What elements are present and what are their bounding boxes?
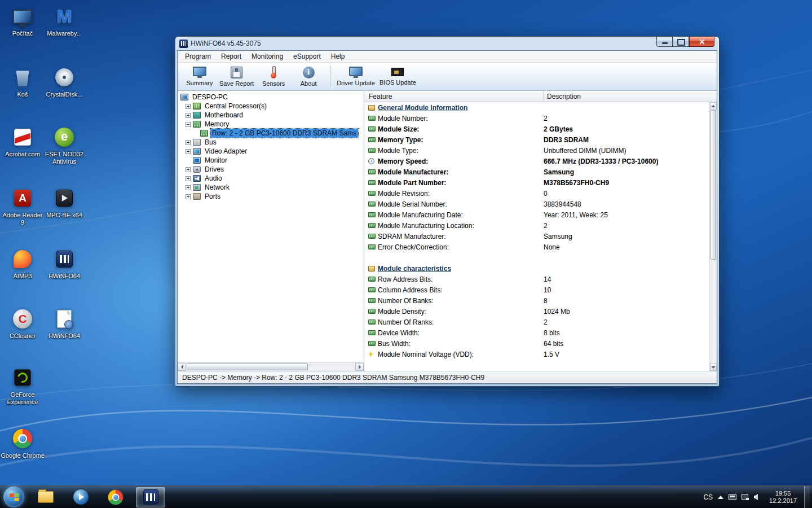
- detail-row[interactable]: Module Revision: 0: [364, 188, 709, 199]
- scroll-up-button[interactable]: [710, 102, 717, 110]
- tree-item-audio[interactable]: Audio: [178, 174, 364, 183]
- taskbar-item-chrome[interactable]: [101, 487, 130, 507]
- description-column-header[interactable]: Description: [544, 91, 717, 102]
- tree-item-ports[interactable]: Ports: [178, 192, 364, 201]
- sensors-button[interactable]: Sensors: [256, 64, 291, 90]
- tree-item-memory-row[interactable]: Row: 2 - 2 GB PC3-10600 DDR3 SDRAM Sams: [178, 129, 364, 138]
- close-button[interactable]: [689, 37, 714, 47]
- summary-button[interactable]: Summary: [182, 64, 217, 90]
- expand-plus-icon[interactable]: [186, 104, 191, 109]
- menu-monitoring[interactable]: Monitoring: [246, 51, 288, 62]
- tray-volume-icon[interactable]: [754, 494, 762, 500]
- tree-item-motherboard[interactable]: Motherboard: [178, 111, 364, 120]
- drive-icon: [193, 166, 201, 173]
- desktop-icon-acrobat-com[interactable]: Acrobat.com: [0, 125, 45, 158]
- detail-row[interactable]: SDRAM Manufacturer: Samsung: [364, 231, 709, 242]
- taskbar-item-hwinfo64[interactable]: [136, 487, 165, 507]
- desktop-icon-eset[interactable]: ESET NOD32 Antivirus: [42, 125, 87, 165]
- expand-plus-icon[interactable]: [186, 185, 191, 190]
- detail-row[interactable]: Number Of Banks: 8: [364, 295, 709, 306]
- tree-item-network[interactable]: Network: [178, 183, 364, 192]
- desktop: Počítač Malwareby... Koš CrystalDisk... …: [0, 0, 812, 508]
- detail-row[interactable]: Column Address Bits: 10: [364, 284, 709, 295]
- taskbar-item-explorer[interactable]: [31, 487, 60, 507]
- section-icon: [368, 105, 375, 111]
- detail-row[interactable]: Module Number: 2: [364, 113, 709, 124]
- feature-column-header[interactable]: Feature: [364, 91, 544, 102]
- desktop-icon-crystaldisk[interactable]: CrystalDisk...: [42, 65, 87, 98]
- bios-update-button[interactable]: BIOS Update: [377, 64, 418, 90]
- desktop-icon-malwarebytes[interactable]: Malwareby...: [42, 5, 87, 37]
- driver-update-button[interactable]: Driver Update: [334, 64, 377, 90]
- menu-esupport[interactable]: eSupport: [288, 51, 326, 62]
- menu-help[interactable]: Help: [326, 51, 350, 62]
- desktop-icon-aimp3[interactable]: AIMP3: [0, 247, 45, 280]
- tree-item-memory[interactable]: Memory: [178, 120, 364, 129]
- detail-row[interactable]: Row Address Bits: 14: [364, 274, 709, 284]
- detail-row[interactable]: Error Check/Correction: None: [364, 242, 709, 252]
- language-indicator[interactable]: CS: [703, 493, 713, 501]
- motherboard-icon: [193, 112, 201, 119]
- detail-row[interactable]: Module Density: 1024 Mb: [364, 306, 709, 317]
- minimize-button[interactable]: [656, 37, 673, 47]
- detail-row[interactable]: Number Of Ranks: 2: [364, 317, 709, 327]
- expand-plus-icon[interactable]: [186, 176, 191, 181]
- expand-plus-icon[interactable]: [186, 167, 191, 172]
- tree-item-despo-pc[interactable]: DESPO-PC: [178, 93, 364, 102]
- show-desktop-button[interactable]: [804, 486, 810, 508]
- tree-item-video-adapter[interactable]: Video Adapter: [178, 147, 364, 156]
- detail-row[interactable]: Module Manufacturing Date: Year: 2011, W…: [364, 209, 709, 220]
- detail-row[interactable]: Module Serial Number: 3883944548: [364, 199, 709, 209]
- start-button[interactable]: [3, 487, 24, 507]
- detail-row[interactable]: Module Size: 2 GBytes: [364, 124, 709, 134]
- geforce-icon: [14, 369, 31, 386]
- taskbar-clock[interactable]: 19:55 12.2.2017: [767, 490, 799, 505]
- desktop-icon-hwinfo64[interactable]: HWiNFO64: [42, 247, 87, 280]
- save-report-button[interactable]: Save Report: [217, 64, 256, 90]
- about-button[interactable]: About: [291, 64, 326, 90]
- tray-display-icon[interactable]: [729, 494, 736, 500]
- maximize-button[interactable]: [673, 37, 689, 47]
- detail-row[interactable]: Module Manufacturer: Samsung: [364, 167, 709, 177]
- desktop-icon-ccleaner[interactable]: CCleaner: [0, 307, 45, 340]
- desktop-icon-mpc-be[interactable]: MPC-BE x64: [42, 186, 87, 219]
- expand-plus-icon[interactable]: [186, 113, 191, 118]
- scroll-left-button[interactable]: [178, 363, 186, 371]
- desktop-icon-chrome[interactable]: Google Chrome: [0, 427, 45, 459]
- expand-plus-icon[interactable]: [186, 194, 191, 199]
- menu-report[interactable]: Report: [216, 51, 246, 62]
- expand-plus-icon[interactable]: [186, 140, 191, 145]
- collapse-minus-icon[interactable]: [186, 122, 191, 127]
- tree-item-monitor[interactable]: Monitor: [178, 156, 364, 165]
- desktop-icon-recycle-bin[interactable]: Koš: [0, 65, 45, 98]
- scroll-right-button[interactable]: [355, 363, 364, 371]
- menu-program[interactable]: Program: [180, 51, 216, 62]
- desktop-icon-geforce[interactable]: GeForce Experience: [0, 366, 45, 406]
- detail-row[interactable]: Device Width: 8 bits: [364, 327, 709, 338]
- desktop-icon-adobe-reader[interactable]: Adobe Reader 9: [0, 186, 45, 226]
- tree-item-bus[interactable]: Bus: [178, 138, 364, 147]
- scrollbar-thumb[interactable]: [187, 364, 308, 370]
- detail-row[interactable]: Module Part Number: M378B5673FH0-CH9: [364, 177, 709, 188]
- desktop-icon-computer[interactable]: Počítač: [0, 5, 45, 37]
- desktop-icon-hwinfo64-settings[interactable]: HWiNFO64: [42, 307, 87, 340]
- show-hidden-icons-button[interactable]: [718, 493, 723, 499]
- tree-item-drives[interactable]: Drives: [178, 165, 364, 174]
- detail-row[interactable]: Module Manufacturing Location: 2: [364, 220, 709, 231]
- spacer-row: [364, 252, 709, 263]
- scroll-down-button[interactable]: [710, 364, 717, 371]
- tree-item-central-processors[interactable]: Central Processor(s): [178, 102, 364, 111]
- detail-row[interactable]: Memory Speed: 666.7 MHz (DDR3-1333 / PC3…: [364, 156, 709, 167]
- tray-network-icon[interactable]: [742, 494, 749, 500]
- vertical-scrollbar[interactable]: [709, 102, 717, 371]
- taskbar-item-media-player[interactable]: [66, 487, 95, 507]
- hwinfo64-window: HWiNFO64 v5.45-3075 Program Report Monit…: [175, 36, 720, 387]
- expand-plus-icon[interactable]: [186, 149, 191, 154]
- scrollbar-thumb[interactable]: [710, 110, 716, 260]
- window-titlebar[interactable]: HWiNFO64 v5.45-3075: [175, 37, 719, 50]
- detail-row[interactable]: Module Type: Unbuffered DIMM (UDIMM): [364, 145, 709, 156]
- detail-row[interactable]: Module Nominal Voltage (VDD): 1.5 V: [364, 349, 709, 360]
- detail-row[interactable]: Memory Type: DDR3 SDRAM: [364, 134, 709, 145]
- horizontal-scrollbar[interactable]: [178, 362, 364, 371]
- detail-row[interactable]: Bus Width: 64 bits: [364, 338, 709, 349]
